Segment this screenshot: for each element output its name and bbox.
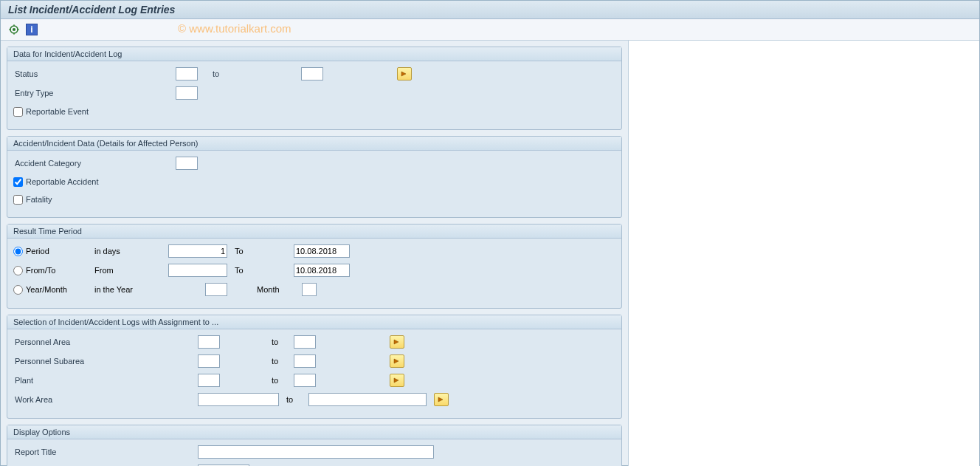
plant-from-input[interactable] (198, 374, 220, 387)
period-radio-label: Period (26, 247, 49, 256)
year-label: in the Year (94, 285, 168, 294)
personnel-subarea-to-input[interactable] (294, 354, 316, 368)
personnel-area-multiselect-button[interactable] (390, 335, 404, 349)
status-from-input[interactable] (176, 67, 198, 80)
work-area-label: Work Area (13, 395, 198, 404)
from-input[interactable] (168, 264, 227, 277)
period-days-input[interactable] (168, 244, 227, 258)
period-days-label: in days (94, 247, 168, 256)
main-panel: Data for Incident/Accident Log Status to… (1, 41, 628, 466)
period-to-label: To (227, 247, 272, 256)
personnel-subarea-label: Personnel Subarea (13, 357, 198, 366)
group-header-selection: Selection of Incident/Accident Logs with… (7, 315, 621, 329)
status-to-label: to (198, 69, 301, 78)
fromto-radio-label: From/To (26, 266, 55, 275)
accident-category-input[interactable] (176, 157, 198, 170)
report-title-label: Report Title (13, 448, 198, 456)
plant-to-input[interactable] (294, 374, 316, 387)
group-header-display: Display Options (7, 425, 621, 439)
personnel-area-label: Personnel Area (13, 337, 198, 346)
fatality-label: Fatality (26, 195, 52, 204)
report-title-input[interactable] (198, 445, 434, 459)
plant-label: Plant (13, 376, 198, 385)
fromto-to-input[interactable] (294, 264, 350, 277)
personnel-subarea-multiselect-button[interactable] (390, 354, 404, 368)
svg-point-1 (13, 28, 15, 31)
entry-type-input[interactable] (176, 86, 198, 100)
group-header-affected: Accident/Incident Data (Details for Affe… (7, 137, 621, 151)
month-label: Month (227, 285, 280, 294)
personnel-area-to-input[interactable] (294, 335, 316, 349)
plant-to-label: to (220, 376, 294, 385)
from-label: From (94, 266, 168, 275)
side-blank-panel (628, 41, 979, 466)
group-display-options: Display Options Report Title Layout Vari… (7, 425, 622, 466)
app-window: List Incident/Accident Log Entries i © w… (0, 0, 980, 466)
personnel-subarea-from-input[interactable] (198, 354, 220, 368)
group-header-data-log: Data for Incident/Accident Log (7, 47, 621, 61)
toolbar: i © www.tutorialkart.com (1, 19, 979, 41)
entry-type-label: Entry Type (13, 89, 176, 97)
status-multiselect-button[interactable] (397, 67, 412, 80)
status-to-input[interactable] (301, 67, 323, 80)
info-icon[interactable]: i (26, 24, 38, 35)
period-to-input[interactable] (294, 244, 350, 258)
execute-icon[interactable] (7, 22, 21, 37)
group-time-period: Result Time Period Period in days To (7, 224, 622, 309)
group-selection: Selection of Incident/Accident Logs with… (7, 315, 622, 419)
period-radio[interactable] (13, 247, 23, 256)
work-area-from-input[interactable] (198, 393, 279, 406)
group-data-log: Data for Incident/Accident Log Status to… (7, 47, 622, 130)
wa-to-label: to (279, 395, 308, 404)
status-label: Status (13, 69, 176, 78)
group-header-time: Result Time Period (7, 225, 621, 239)
page-title: List Incident/Accident Log Entries (1, 1, 979, 19)
reportable-event-label: Reportable Event (26, 107, 89, 116)
month-input[interactable] (302, 283, 317, 296)
fromto-to-label: To (227, 266, 272, 275)
reportable-accident-checkbox[interactable] (13, 177, 23, 187)
content-area: Data for Incident/Accident Log Status to… (1, 41, 979, 466)
pa-to-label: to (220, 337, 294, 346)
accident-category-label: Accident Category (13, 159, 176, 168)
reportable-event-checkbox[interactable] (13, 107, 23, 117)
personnel-area-from-input[interactable] (198, 335, 220, 349)
reportable-accident-label: Reportable Accident (26, 177, 98, 186)
group-affected-person: Accident/Incident Data (Details for Affe… (7, 136, 622, 218)
plant-multiselect-button[interactable] (390, 374, 404, 387)
psa-to-label: to (220, 357, 294, 366)
yearmonth-radio-label: Year/Month (26, 285, 67, 294)
year-input[interactable] (205, 283, 227, 296)
watermark-text: © www.tutorialkart.com (178, 22, 291, 35)
fatality-checkbox[interactable] (13, 195, 23, 205)
fromto-radio[interactable] (13, 266, 23, 275)
yearmonth-radio[interactable] (13, 285, 23, 295)
work-area-to-input[interactable] (308, 393, 427, 406)
work-area-multiselect-button[interactable] (434, 393, 449, 406)
